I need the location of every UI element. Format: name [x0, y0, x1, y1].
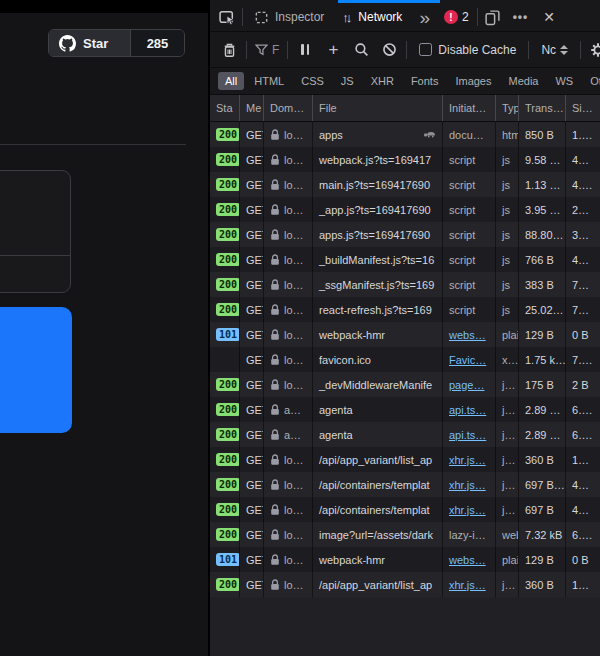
webpage-background: Star 285 — [0, 0, 209, 656]
transferred-cell: 1.75 k… — [519, 347, 566, 372]
network-request-row[interactable]: 200 GET lo… /api/app_variant/list_ap xhr… — [210, 447, 600, 472]
filter-pill-js[interactable]: JS — [334, 72, 361, 90]
initiator-cell: page… — [443, 372, 496, 397]
devtools-tabbar: Inspector ↑↓ Network » ! 2 ••• ✕ — [210, 0, 600, 32]
network-request-row[interactable]: 200 GET lo… _devMiddlewareManife page… j… — [210, 372, 600, 397]
type-cell: htm — [496, 122, 519, 147]
gear-icon — [590, 42, 600, 58]
initiator-link[interactable]: Favic… — [449, 354, 486, 366]
network-settings-button[interactable] — [585, 38, 600, 62]
block-icon — [382, 42, 397, 57]
column-header[interactable]: Sta — [210, 95, 240, 121]
domain-cell: a… — [264, 397, 313, 422]
network-request-row[interactable]: 200 GET lo… /api/containers/templat xhr.… — [210, 472, 600, 497]
status-cell: 200 — [210, 197, 240, 222]
filter-pill-media[interactable]: Media — [501, 72, 545, 90]
throttling-value: Nc — [541, 43, 556, 57]
domain-cell: lo… — [264, 547, 313, 572]
close-devtools-icon[interactable]: ✕ — [535, 9, 563, 25]
status-cell: 200 — [210, 297, 240, 322]
initiator-link[interactable]: page… — [449, 379, 484, 391]
type-cell: j… — [496, 372, 519, 397]
filter-pill-html[interactable]: HTML — [247, 72, 291, 90]
network-request-row[interactable]: 200 GET lo… webpack.js?ts=169417 script … — [210, 147, 600, 172]
filter-pill-ws[interactable]: WS — [548, 72, 580, 90]
network-request-row[interactable]: 200 GET lo… /api/app_variant/list_ap xhr… — [210, 572, 600, 597]
network-request-row[interactable]: GET lo… favicon.ico Favic… x… 1.75 k… 7…… — [210, 347, 600, 372]
star-count[interactable]: 285 — [130, 30, 184, 56]
status-cell: 200 — [210, 447, 240, 472]
network-request-row[interactable]: 200 GET a… agenta api.ts… j… 2.89 … 6…. — [210, 397, 600, 422]
initiator-link[interactable]: xhr.js… — [449, 504, 486, 516]
filter-pill-css[interactable]: CSS — [294, 72, 331, 90]
network-request-row[interactable]: 200 GET lo… main.js?ts=169417690 script … — [210, 172, 600, 197]
clear-requests-button[interactable] — [216, 38, 242, 62]
method-cell: GET — [240, 222, 264, 247]
status-cell: 101 — [210, 322, 240, 347]
file-cell: image?url=/assets/dark — [313, 522, 443, 547]
initiator-link[interactable]: api.ts… — [449, 429, 486, 441]
star-label: Star — [83, 36, 108, 51]
initiator-link[interactable]: api.ts… — [449, 404, 486, 416]
domain-cell: lo… — [264, 297, 313, 322]
pick-element-button[interactable] — [214, 5, 240, 29]
network-request-row[interactable]: 200 GET lo… _ssgManifest.js?ts=169 scrip… — [210, 272, 600, 297]
network-request-row[interactable]: 200 GET lo… apps docu… htm 850 B 1…. — [210, 122, 600, 147]
column-header[interactable]: File — [313, 95, 443, 121]
network-request-row[interactable]: 200 GET lo… image?url=/assets/dark lazy-… — [210, 522, 600, 547]
initiator-link[interactable]: webs… — [449, 554, 486, 566]
network-table-header: StaMeDom…FileInitiat…TypTrans…Si… — [210, 95, 600, 122]
new-request-button[interactable]: + — [320, 38, 346, 62]
column-header[interactable]: Typ — [496, 95, 519, 121]
lock-icon — [270, 579, 280, 591]
column-header[interactable]: Dom… — [264, 95, 313, 121]
block-requests-button[interactable] — [376, 38, 402, 62]
network-request-row[interactable]: 200 GET lo… _app.js?ts=169417690 script … — [210, 197, 600, 222]
tab-network[interactable]: ↑↓ Network — [333, 3, 411, 31]
filter-pill-all[interactable]: All — [218, 72, 244, 90]
column-header[interactable]: Si… — [566, 95, 600, 121]
separator — [246, 41, 247, 59]
disable-cache-checkbox[interactable]: Disable Cache — [411, 43, 524, 57]
github-star-segment[interactable]: Star — [49, 30, 130, 56]
filter-pill-ot[interactable]: Ot — [583, 72, 600, 90]
file-cell: /api/containers/templat — [313, 472, 443, 497]
transferred-cell: 129 B — [519, 547, 566, 572]
domain-cell: lo… — [264, 347, 313, 372]
transferred-cell: 3.95 … — [519, 197, 566, 222]
filter-pill-images[interactable]: Images — [448, 72, 498, 90]
blue-card[interactable] — [0, 307, 72, 433]
network-request-row[interactable]: 200 GET lo… apps.js?ts=169417690 script … — [210, 222, 600, 247]
responsive-design-mode-button[interactable] — [480, 5, 506, 29]
filter-pill-fonts[interactable]: Fonts — [404, 72, 446, 90]
initiator-link[interactable]: webs… — [449, 329, 486, 341]
transferred-cell: 175 B — [519, 372, 566, 397]
lock-icon — [270, 229, 280, 241]
lock-icon — [270, 304, 280, 316]
column-header[interactable]: Trans… — [519, 95, 566, 121]
pause-traffic-button[interactable] — [292, 38, 318, 62]
network-request-row[interactable]: 200 GET lo… react-refresh.js?ts=169 scri… — [210, 297, 600, 322]
initiator-link[interactable]: xhr.js… — [449, 579, 486, 591]
network-request-row[interactable]: 200 GET a… agenta api.ts… j… 2.89 … 6…. — [210, 422, 600, 447]
lock-icon — [270, 554, 280, 566]
size-cell: 1… — [566, 447, 600, 472]
throttling-dropdown[interactable]: Nc — [533, 43, 576, 57]
initiator-link[interactable]: xhr.js… — [449, 479, 486, 491]
network-request-row[interactable]: 101 GET lo… webpack-hmr webs… plai 129 B… — [210, 547, 600, 572]
filter-pill-xhr[interactable]: XHR — [364, 72, 401, 90]
network-request-row[interactable]: 200 GET lo… /api/containers/templat xhr.… — [210, 497, 600, 522]
more-tabs-chevron-icon[interactable]: » — [411, 8, 438, 27]
tab-inspector[interactable]: Inspector — [245, 3, 333, 31]
column-header[interactable]: Initiat… — [443, 95, 496, 121]
network-request-row[interactable]: 200 GET lo… _buildManifest.js?ts=16 scri… — [210, 247, 600, 272]
filter-urls-input[interactable]: F — [251, 43, 283, 57]
initiator-link[interactable]: xhr.js… — [449, 454, 486, 466]
network-request-row[interactable]: 101 GET lo… webpack-hmr webs… plai 129 B… — [210, 322, 600, 347]
menu-meatballs-icon[interactable]: ••• — [506, 10, 536, 24]
column-header[interactable]: Me — [240, 95, 264, 121]
transferred-cell: 9.58 … — [519, 147, 566, 172]
github-star-button[interactable]: Star 285 — [48, 29, 185, 57]
error-count-badge[interactable]: ! 2 — [438, 10, 475, 24]
search-button[interactable] — [348, 38, 374, 62]
